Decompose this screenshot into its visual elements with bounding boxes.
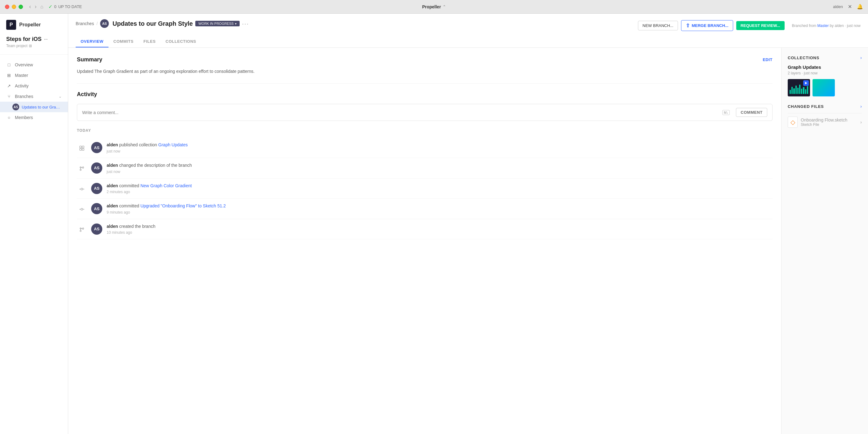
status-text: UP TO DATE (58, 4, 82, 9)
members-icon: ○ (6, 115, 12, 120)
sketch-icon: ◇ (790, 118, 795, 126)
edit-button[interactable]: EDIT (763, 57, 773, 62)
sidebar-item-branches[interactable]: ⑂ Branches ⌄ (0, 91, 68, 102)
sidebar-item-members[interactable]: ○ Members (0, 112, 68, 123)
list-item: AS alden created the branch 10 minutes a… (77, 219, 773, 240)
tab-bar: OVERVIEW COMMITS FILES COLLECTIONS (75, 36, 861, 48)
svg-rect-1 (82, 146, 84, 148)
activity-text: alden committed New Graph Color Gradient (106, 183, 773, 189)
nav-buttons: ‹ › ⌂ (28, 3, 43, 10)
status-prefix: 0 (54, 4, 56, 9)
chevron-down-icon: ⌄ (59, 94, 62, 99)
new-branch-button[interactable]: NEW BRANCH... (638, 21, 678, 30)
list-item: AS alden committed New Graph Color Gradi… (77, 179, 773, 199)
page-header: Branches / AS Updates to our Graph Style… (68, 13, 868, 48)
titlebar-app-name: Propeller ⌃ (422, 4, 446, 9)
project-subtitle: Team project ⊞ (6, 44, 62, 48)
sidebar-item-label: Master (15, 73, 62, 78)
changed-files-header: CHANGED FILES › (788, 104, 862, 109)
more-options-button[interactable]: ··· (242, 20, 249, 27)
commit-link[interactable]: Upgraded "Onboarding Flow" to Sketch 51.… (141, 204, 226, 208)
activity-time: 10 minutes ago (106, 230, 773, 235)
status-indicator: ✓ 0 UP TO DATE (49, 4, 82, 10)
collections-arrow-icon[interactable]: › (860, 55, 862, 60)
activity-content: alden published collection Graph Updates… (106, 142, 773, 153)
zoom-button[interactable] (19, 5, 23, 9)
sidebar: P Propeller Steps for iOS ··· Team proje… (0, 13, 68, 434)
tab-collections[interactable]: COLLECTIONS (161, 36, 201, 48)
file-item: ◇ Onboarding Flow.sketch Sketch File › (788, 113, 862, 131)
activity-content: alden changed the description of the bra… (106, 162, 773, 174)
svg-rect-2 (80, 149, 82, 150)
file-name: Onboarding Flow.sketch (801, 118, 857, 122)
close-button[interactable] (5, 5, 9, 9)
forward-button[interactable]: › (33, 3, 38, 10)
project-section: Steps for iOS ··· Team project ⊞ (0, 36, 68, 55)
project-more-icon[interactable]: ··· (44, 37, 48, 42)
tab-commits[interactable]: COMMITS (108, 36, 138, 48)
avatar: AS (91, 183, 102, 194)
activity-content: alden created the branch 10 minutes ago (106, 223, 773, 235)
branch-create-icon (77, 225, 87, 235)
avatar: AS (100, 19, 109, 28)
breadcrumb-link[interactable]: Branches (75, 21, 94, 26)
branch-name: Updates to our Graph St... (22, 105, 62, 110)
collection-thumbnails (788, 79, 862, 96)
back-button[interactable]: ‹ (28, 3, 32, 10)
comment-button[interactable]: COMMENT (736, 108, 767, 117)
branched-from-text: Branched from Master by alden · just now (792, 24, 861, 28)
master-link[interactable]: Master (817, 24, 829, 28)
content-main: Summary EDIT Updated The Graph Gradient … (68, 48, 781, 434)
changed-files-arrow-icon[interactable]: › (860, 104, 862, 109)
svg-point-8 (81, 188, 83, 190)
activity-content: alden committed New Graph Color Gradient… (106, 183, 773, 194)
header-top-row: Branches / AS Updates to our Graph Style… (75, 19, 861, 32)
home-button[interactable]: ⌂ (40, 3, 43, 10)
list-item: AS alden published collection Graph Upda… (77, 137, 773, 158)
request-review-button[interactable]: REQUEST REVIEW... (736, 21, 785, 30)
avatar: AS (12, 103, 19, 111)
breadcrumb-separator: / (96, 21, 98, 26)
activity-time: just now (106, 169, 773, 174)
minimize-button[interactable] (12, 5, 16, 9)
list-item: AS alden committed Upgraded "Onboarding … (77, 199, 773, 219)
sidebar-item-activity[interactable]: ↗ Activity (0, 81, 68, 91)
sidebar-item-label: Overview (15, 62, 62, 67)
file-arrow-icon[interactable]: › (860, 120, 862, 125)
sidebar-item-overview[interactable]: □ Overview (0, 60, 68, 70)
collections-header: COLLECTIONS › (788, 55, 862, 60)
brand-name: Propeller (19, 22, 41, 28)
wip-badge[interactable]: WORK IN PROGRESS ▾ (195, 21, 240, 26)
commit-link[interactable]: New Graph Color Gradient (141, 183, 192, 188)
brand: P Propeller (0, 20, 68, 36)
settings-icon[interactable]: ✕ (848, 4, 852, 10)
titlebar: ‹ › ⌂ ✓ 0 UP TO DATE Propeller ⌃ alden ✕… (0, 0, 868, 13)
sidebar-item-master[interactable]: ⊞ Master (0, 70, 68, 81)
activity-content: alden committed Upgraded "Onboarding Flo… (106, 203, 773, 215)
comment-input[interactable] (82, 110, 719, 115)
sidebar-branch-item[interactable]: AS Updates to our Graph St... (0, 102, 68, 112)
collection-thumb-chart[interactable] (788, 79, 810, 96)
sidebar-item-label: Members (15, 115, 62, 120)
right-sidebar: COLLECTIONS › Graph Updates 2 layers · j… (781, 48, 868, 434)
svg-marker-18 (805, 82, 807, 84)
changed-files-title: CHANGED FILES (788, 104, 824, 109)
titlebar-right: alden ✕ 🔔 (833, 4, 863, 10)
activity-text: alden created the branch (106, 223, 773, 230)
activity-text: alden published collection Graph Updates (106, 142, 773, 148)
activity-time: 9 minutes ago (106, 210, 773, 215)
grid-icon: ⊞ (29, 44, 32, 48)
activity-list: AS alden published collection Graph Upda… (77, 137, 773, 239)
collection-thumb-gradient[interactable] (812, 79, 835, 96)
tab-overview[interactable]: OVERVIEW (75, 36, 108, 48)
merge-branch-button[interactable]: ⇧ MERGE BRANCH... (681, 20, 733, 31)
collection-name: Graph Updates (788, 64, 862, 70)
bell-icon[interactable]: 🔔 (857, 4, 863, 10)
tab-files[interactable]: FILES (138, 36, 161, 48)
merge-icon: ⇧ (686, 23, 690, 29)
list-item: AS alden changed the description of the … (77, 158, 773, 179)
master-icon: ⊞ (6, 72, 12, 78)
collection-link[interactable]: Graph Updates (158, 142, 188, 147)
user-dropdown[interactable]: alden (833, 4, 843, 9)
avatar: AS (91, 203, 102, 214)
